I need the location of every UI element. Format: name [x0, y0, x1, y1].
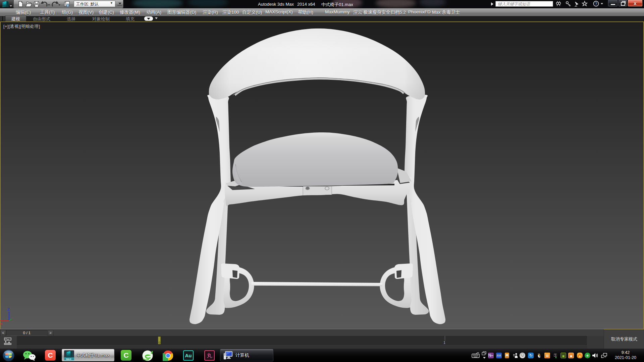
svg-text:x: x — [0, 321, 3, 325]
svg-text:MAX: MAX — [66, 358, 71, 360]
svg-text:Z: Z — [7, 307, 10, 311]
